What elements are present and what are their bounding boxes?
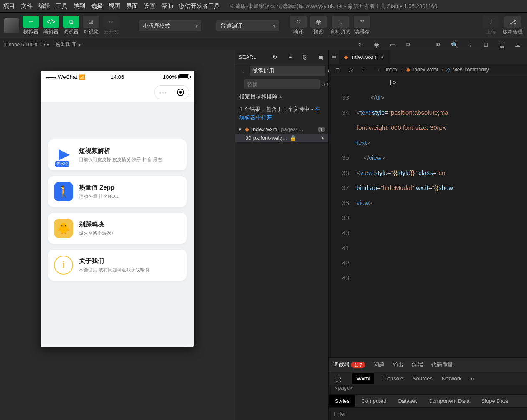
collapse-icon[interactable]: ▣ [315, 52, 325, 62]
clear-search-icon[interactable]: ≡ [285, 52, 295, 62]
copy-icon[interactable]: ⧉ [433, 40, 443, 50]
component-data-tab[interactable]: Component Data [423, 395, 475, 407]
avatar[interactable] [4, 18, 19, 33]
cloud-button[interactable]: ∞ [103, 16, 120, 28]
simulator-label: 模拟器 [23, 28, 38, 35]
scope-toggle[interactable]: 指定目录和排除 ▴ [235, 91, 328, 102]
device-select[interactable]: iPhone 5 100% 16 ▾ [4, 42, 49, 48]
search-result-match[interactable]: 30rpx;font-weig... 🔒 ✕ [235, 134, 328, 142]
styles-filter-input[interactable] [329, 408, 527, 420]
simulator-bar: iPhone 5 100% 16 ▾ 热重载 开 ▾ ↻ ◉ ▭ ⧉ ⧉ 🔍 ⑂… [0, 39, 527, 50]
crumb[interactable]: index.wxml [413, 67, 438, 73]
inspect-icon[interactable]: ⬚ [333, 374, 343, 384]
search-tab[interactable]: SEAR... [239, 54, 258, 60]
sources-panel-tab[interactable]: Sources [412, 375, 433, 382]
outline-icon[interactable]: ≡ [332, 65, 342, 75]
network-panel-tab[interactable]: Network [442, 375, 462, 382]
device-icon[interactable]: ▭ [387, 40, 397, 50]
compile-button[interactable]: ↻ [290, 16, 307, 28]
card-video-parse[interactable]: 去水印 短视频解析目前仅可皮皮虾 皮皮搞笑 快手 抖音 最右 [48, 139, 187, 170]
menu-item[interactable]: 视图 [109, 3, 120, 10]
quality-tab[interactable]: 代码质量 [431, 361, 453, 369]
menu-item[interactable]: 项目 [3, 3, 15, 10]
menu-item[interactable]: 文件 [21, 3, 33, 10]
new-file-icon[interactable]: ⎘ [300, 52, 310, 62]
card-title: 短视频解析 [79, 147, 162, 155]
problems-tab[interactable]: 问题 [374, 361, 384, 369]
version-button[interactable]: ⎇ [504, 16, 521, 28]
code-editor[interactable]: 3334 353637383940414243 li> </ul><text s… [329, 75, 527, 357]
expand-replace-icon[interactable]: ⌄ [239, 68, 247, 74]
computed-tab[interactable]: Computed [355, 395, 392, 407]
carrier-label: WeChat [58, 74, 77, 80]
compile-dropdown[interactable]: 普通编译 [216, 20, 279, 31]
menu-item[interactable]: 选择 [91, 3, 103, 10]
styles-tab[interactable]: Styles [329, 395, 355, 407]
terminal-tab[interactable]: 终端 [412, 361, 423, 369]
record-icon[interactable]: ◉ [372, 40, 382, 50]
simulator-button[interactable]: ▭ [23, 16, 39, 28]
search-icon[interactable]: 🔍 [449, 40, 459, 50]
menu-item[interactable]: 工具 [56, 3, 68, 10]
card-about[interactable]: i 关于我们不会使用 或有问题可点我获取帮助 [48, 250, 187, 281]
card-sub: 目前仅可皮皮虾 皮皮搞笑 快手 抖音 最右 [79, 157, 162, 163]
back-icon[interactable]: ← [359, 65, 369, 75]
search-input[interactable] [250, 66, 325, 76]
mode-dropdown[interactable]: 小程序模式 [139, 20, 201, 31]
result-count-badge: 1 [318, 127, 325, 132]
replace-input[interactable] [244, 79, 320, 89]
search-result-file[interactable]: ▾ ◆ index.wxml pages\i... 1 [235, 125, 328, 134]
debugger-button[interactable]: ⧉ [63, 16, 79, 28]
hot-reload-toggle[interactable]: 热重载 开 ▾ [55, 41, 81, 48]
window-title: 引流版-未加密版本 优选源码库 www.yxymk.net - 微信开发者工具 … [230, 3, 437, 10]
output-tab[interactable]: 输出 [393, 361, 404, 369]
console-panel-tab[interactable]: Console [384, 375, 404, 382]
branch-icon[interactable]: ⑂ [465, 40, 475, 50]
menu-item[interactable]: 帮助 [161, 3, 173, 10]
debugger-tab[interactable]: 调试器1, 7 [333, 361, 365, 369]
slope-data-tab[interactable]: Slope Data [475, 395, 514, 407]
card-game[interactable]: 🐥 别踩鸡块爆火网络小游戏+ [48, 213, 187, 244]
menu-item[interactable]: 微信开发者工具 [179, 3, 220, 10]
more-panels-icon[interactable]: » [471, 375, 474, 382]
forward-icon[interactable]: → [372, 65, 382, 75]
bookmark-icon[interactable]: ☆ [346, 65, 356, 75]
lock-icon[interactable]: 🔒 [290, 135, 296, 141]
close-ring-icon[interactable] [177, 89, 184, 96]
wxml-panel-tab[interactable]: Wxml [352, 373, 374, 384]
version-label: 版本管理 [503, 28, 523, 35]
preview-button[interactable]: ◉ [310, 16, 327, 28]
menu-item[interactable]: 转到 [74, 3, 85, 10]
dismiss-match-icon[interactable]: ✕ [321, 135, 325, 141]
editor-button[interactable]: </> [43, 16, 59, 28]
ext-icon[interactable]: ⊞ [481, 40, 491, 50]
preserve-case-icon[interactable]: AB [322, 82, 328, 87]
layout-icon[interactable]: ▤ [497, 40, 507, 50]
cloud-label: 云开发 [104, 28, 119, 35]
refresh-search-icon[interactable]: ↻ [270, 52, 280, 62]
visual-button[interactable]: ⊞ [83, 16, 99, 28]
capsule-menu[interactable]: ••• [154, 85, 189, 99]
more-icon[interactable]: ••• [159, 89, 168, 96]
card-sub: 不会使用 或有问题可点我获取帮助 [79, 267, 149, 273]
clear-cache-button[interactable]: ≋ [354, 16, 370, 28]
card-zepp[interactable]: 🚶 热量值 Zepp运动热量 排名NO.1 [48, 176, 187, 207]
remote-debug-button[interactable]: ⎍ [332, 16, 349, 28]
dataset-tab[interactable]: Dataset [392, 395, 423, 407]
search-panel: SEAR... ↻ ≡ ⎘ ▣ ⌄ Aa Ab| .* AB ⤮ 指定目录和排除… [235, 50, 329, 420]
upload-button[interactable]: ⤴ [483, 16, 499, 28]
menu-item[interactable]: 编辑 [38, 3, 50, 10]
menu-item[interactable]: 界面 [126, 3, 138, 10]
tab-menu-icon[interactable]: ▤ [329, 52, 339, 62]
file-tab[interactable]: ◆ index.wxml ✕ [339, 50, 390, 64]
crumb[interactable]: view.commodity [453, 67, 489, 73]
menu-item[interactable]: 设置 [144, 3, 155, 10]
close-tab-icon[interactable]: ✕ [380, 54, 384, 60]
play-icon: 去水印 [54, 145, 73, 164]
cloud-icon[interactable]: ☁ [513, 40, 523, 50]
crumb[interactable]: index [386, 67, 398, 73]
refresh-icon[interactable]: ↻ [356, 40, 366, 50]
popout-icon[interactable]: ⧉ [403, 40, 413, 50]
breadcrumb: ≡ ☆ ← → index› ◆index.wxml› ◇view.commod… [329, 64, 527, 75]
elements-tree[interactable]: <page> [329, 385, 527, 394]
